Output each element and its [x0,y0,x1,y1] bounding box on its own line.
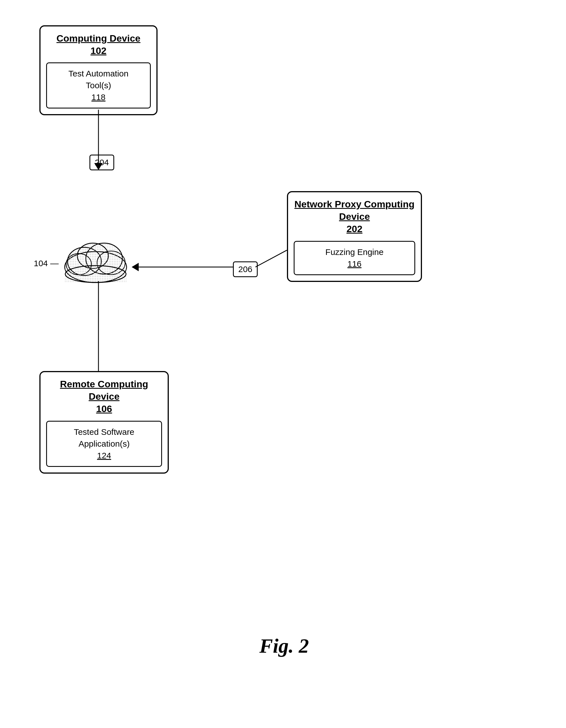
svg-marker-13 [132,263,139,271]
figure-caption: Fig. 2 [259,634,309,658]
arrows-svg [17,17,551,691]
svg-marker-10 [94,163,103,170]
diagram-container: Computing Device 102 Test Automation Too… [17,17,551,691]
svg-line-14 [255,250,287,267]
